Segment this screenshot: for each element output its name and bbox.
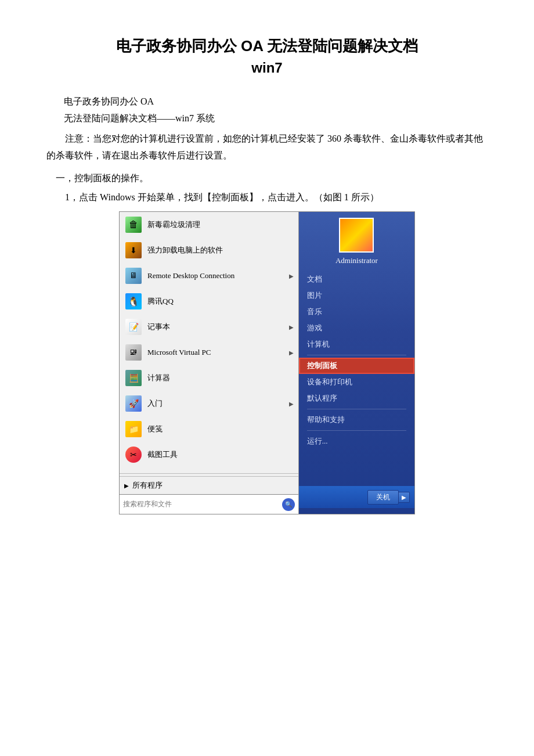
menu-item-vpc[interactable]: 🖳 Microsoft Virtual PC ▶ [120, 340, 298, 365]
menu-item-sticky-label: 便笺 [147, 424, 294, 434]
all-programs-arrow-icon: ▶ [124, 483, 129, 489]
shutdown-button[interactable]: 关机 [367, 490, 399, 505]
right-item-devices[interactable]: 设备和打印机 [299, 374, 414, 390]
menu-item-vpc-label: Microsoft Virtual PC [147, 348, 289, 357]
calc-icon: 🧮 [124, 369, 143, 387]
right-separator2 [307, 409, 406, 409]
qq-icon: 🐧 [124, 292, 143, 311]
menu-item-rdp-label: Remote Desktop Connection [147, 271, 289, 280]
step-heading: 一，控制面板的操作。 [46, 172, 488, 185]
shutdown-bar: 关机 ▶ [299, 486, 414, 508]
notepad-icon: 📝 [124, 318, 143, 336]
right-item-pictures[interactable]: 图片 [299, 287, 414, 304]
search-bar[interactable] [120, 494, 298, 514]
menu-item-calc-label: 计算器 [147, 373, 294, 383]
vpc-arrow-icon: ▶ [289, 350, 294, 356]
screenshot-figure1: 🗑 新毒霸垃圾清理 ⬇ 强力卸载电脑上的软件 🖥 Remote Desktop … [119, 211, 415, 514]
right-item-default[interactable]: 默认程序 [299, 390, 414, 406]
start-icon: 🚀 [124, 394, 143, 413]
all-programs-item[interactable]: ▶ 所有程序 [120, 476, 298, 494]
menu-item-rdp[interactable]: 🖥 Remote Desktop Connection ▶ [120, 263, 298, 289]
menu-item-qq-label: 腾讯QQ [147, 296, 294, 307]
vpc-icon: 🖳 [124, 343, 143, 362]
menu-item-notepad-label: 记事本 [147, 322, 289, 332]
document-title: 电子政务协同办公 OA 无法登陆问题解决文档 win7 [46, 35, 488, 78]
right-item-help[interactable]: 帮助和支持 [299, 412, 414, 428]
start-menu: 🗑 新毒霸垃圾清理 ⬇ 强力卸载电脑上的软件 🖥 Remote Desktop … [120, 212, 414, 514]
menu-item-uninstall[interactable]: ⬇ 强力卸载电脑上的软件 [120, 237, 298, 263]
menu-items-list: 🗑 新毒霸垃圾清理 ⬇ 强力卸载电脑上的软件 🖥 Remote Desktop … [120, 212, 298, 471]
right-item-games[interactable]: 游戏 [299, 320, 414, 336]
start-arrow-icon: ▶ [289, 401, 294, 407]
menu-item-start-label: 入门 [147, 398, 289, 409]
rdp-icon: 🖥 [124, 267, 143, 285]
search-input[interactable] [123, 500, 282, 509]
start-menu-left: 🗑 新毒霸垃圾清理 ⬇ 强力卸载电脑上的软件 🖥 Remote Desktop … [120, 212, 299, 514]
menu-item-snip-label: 截图工具 [147, 449, 294, 460]
snip-icon: ✂ [124, 445, 143, 464]
menu-item-start[interactable]: 🚀 入门 ▶ [120, 391, 298, 416]
shutdown-arrow-button[interactable]: ▶ [399, 492, 410, 503]
search-button[interactable] [282, 498, 295, 511]
sticky-icon: 📁 [124, 420, 143, 438]
menu-item-notepad[interactable]: 📝 记事本 ▶ [120, 314, 298, 340]
right-item-computer[interactable]: 计算机 [299, 336, 414, 352]
right-separator3 [307, 430, 406, 431]
spacer [299, 449, 414, 486]
right-item-documents[interactable]: 文档 [299, 271, 414, 287]
right-item-controlpanel[interactable]: 控制面板 [299, 358, 414, 374]
menu-item-paint[interactable]: 🎨 画图 [120, 467, 298, 471]
uninstall-icon: ⬇ [124, 241, 143, 260]
right-item-run[interactable]: 运行... [299, 433, 414, 449]
user-name: Administrator [299, 256, 414, 265]
right-separator [307, 355, 406, 355]
right-item-music[interactable]: 音乐 [299, 304, 414, 320]
menu-item-uninstall-label: 强力卸载电脑上的软件 [147, 245, 294, 255]
section-heading-1: 电子政务协同办公 OA [46, 96, 488, 108]
all-programs-label: 所有程序 [132, 480, 163, 491]
menu-item-calc[interactable]: 🧮 计算器 [120, 365, 298, 391]
menu-item-sticky[interactable]: 📁 便笺 [120, 416, 298, 442]
menu-item-trash-label: 新毒霸垃圾清理 [147, 219, 294, 230]
section-heading-2: 无法登陆问题解决文档——win7 系统 [46, 113, 488, 125]
menu-item-snip[interactable]: ✂ 截图工具 [120, 442, 298, 467]
user-avatar [339, 218, 374, 253]
menu-separator [120, 473, 298, 474]
notice-text: 注意：当您对您的计算机进行设置前，如您的计算机已经安装了 360 杀毒软件、金山… [46, 131, 488, 164]
trash-icon: 🗑 [124, 215, 143, 234]
rdp-arrow-icon: ▶ [289, 273, 294, 279]
start-menu-right: Administrator 文档 图片 音乐 游戏 计算机 控制面板 设备和打印… [299, 212, 414, 514]
notepad-arrow-icon: ▶ [289, 324, 294, 330]
menu-item-qq[interactable]: 🐧 腾讯QQ [120, 289, 298, 314]
step1-body: 1，点击 Windows 开始菜单，找到【控制面板】，点击进入。（如图 1 所示… [46, 189, 488, 206]
menu-item-trash[interactable]: 🗑 新毒霸垃圾清理 [120, 212, 298, 237]
